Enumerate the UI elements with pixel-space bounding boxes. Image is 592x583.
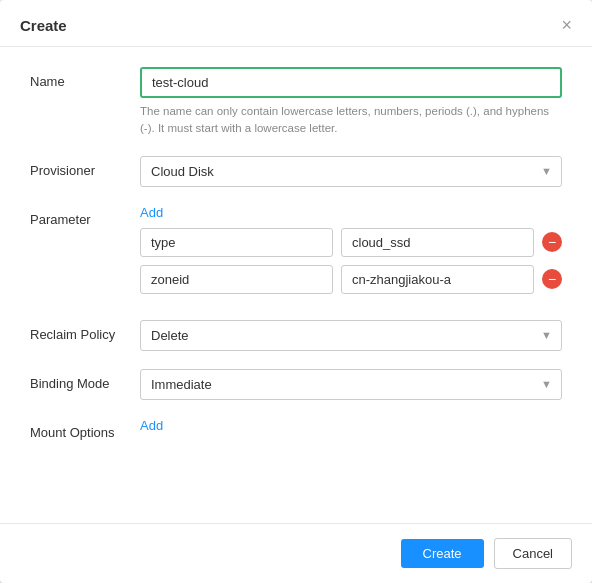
parameter-label: Parameter bbox=[30, 205, 140, 227]
provisioner-select[interactable]: Cloud Disk bbox=[140, 156, 562, 187]
name-hint: The name can only contain lowercase lett… bbox=[140, 103, 562, 138]
reclaim-select[interactable]: Delete bbox=[140, 320, 562, 351]
name-input[interactable] bbox=[140, 67, 562, 98]
parameter-control: Add bbox=[140, 205, 562, 302]
param-row-1 bbox=[140, 265, 562, 294]
param-key-0[interactable] bbox=[140, 228, 333, 257]
reclaim-label: Reclaim Policy bbox=[30, 320, 140, 342]
binding-select[interactable]: Immediate bbox=[140, 369, 562, 400]
binding-row: Binding Mode Immediate ▼ bbox=[30, 369, 562, 400]
reclaim-select-wrap: Delete ▼ bbox=[140, 320, 562, 351]
param-row-0 bbox=[140, 228, 562, 257]
mount-label: Mount Options bbox=[30, 418, 140, 440]
provisioner-label: Provisioner bbox=[30, 156, 140, 178]
provisioner-control: Cloud Disk ▼ bbox=[140, 156, 562, 187]
parameter-add-link[interactable]: Add bbox=[140, 205, 163, 220]
reclaim-row: Reclaim Policy Delete ▼ bbox=[30, 320, 562, 351]
parameter-row: Parameter Add bbox=[30, 205, 562, 302]
param-val-0[interactable] bbox=[341, 228, 534, 257]
dialog-footer: Create Cancel bbox=[0, 523, 592, 583]
binding-control: Immediate ▼ bbox=[140, 369, 562, 400]
provisioner-select-wrap: Cloud Disk ▼ bbox=[140, 156, 562, 187]
param-remove-0[interactable] bbox=[542, 232, 562, 252]
param-rows bbox=[140, 228, 562, 294]
create-button[interactable]: Create bbox=[401, 539, 484, 568]
name-row: Name The name can only contain lowercase… bbox=[30, 67, 562, 138]
dialog-title: Create bbox=[20, 17, 67, 34]
mount-add-link[interactable]: Add bbox=[140, 418, 163, 433]
mount-row: Mount Options Add bbox=[30, 418, 562, 440]
reclaim-control: Delete ▼ bbox=[140, 320, 562, 351]
param-val-1[interactable] bbox=[341, 265, 534, 294]
param-key-1[interactable] bbox=[140, 265, 333, 294]
create-dialog: Create × Name The name can only contain … bbox=[0, 0, 592, 583]
close-button[interactable]: × bbox=[561, 16, 572, 34]
name-label: Name bbox=[30, 67, 140, 89]
mount-control: Add bbox=[140, 418, 562, 433]
name-control: The name can only contain lowercase lett… bbox=[140, 67, 562, 138]
provisioner-row: Provisioner Cloud Disk ▼ bbox=[30, 156, 562, 187]
cancel-button[interactable]: Cancel bbox=[494, 538, 572, 569]
binding-select-wrap: Immediate ▼ bbox=[140, 369, 562, 400]
param-remove-1[interactable] bbox=[542, 269, 562, 289]
binding-label: Binding Mode bbox=[30, 369, 140, 391]
dialog-body: Name The name can only contain lowercase… bbox=[0, 47, 592, 523]
dialog-header: Create × bbox=[0, 0, 592, 47]
